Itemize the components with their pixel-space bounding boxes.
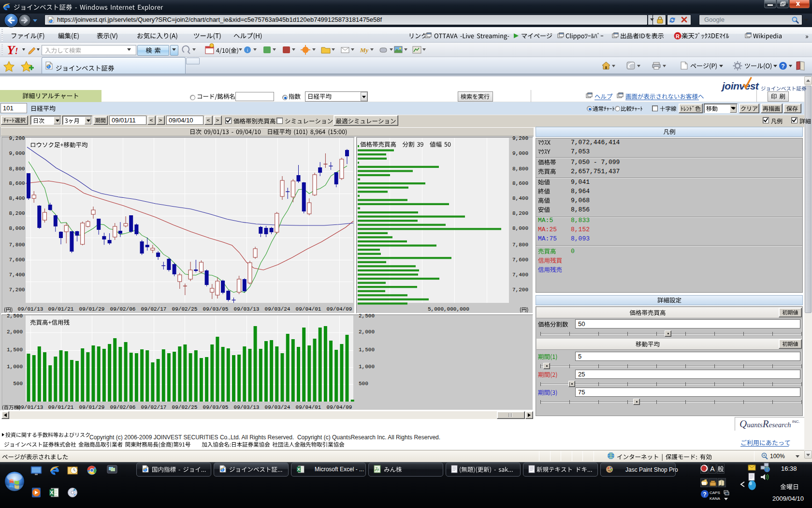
svg-text:み: み [375,466,379,472]
svg-text:joinvest: joinvest [721,80,759,91]
svg-text:i: i [247,48,248,53]
svg-text:My: My [360,46,369,54]
svg-text:A: A [710,465,715,473]
svg-text:X: X [50,490,54,495]
svg-text:X: X [297,467,300,472]
svg-text:?: ? [781,63,784,70]
svg-text:Y!: Y! [7,43,18,57]
svg-text:?: ? [703,491,706,498]
svg-text:R: R [676,33,680,39]
